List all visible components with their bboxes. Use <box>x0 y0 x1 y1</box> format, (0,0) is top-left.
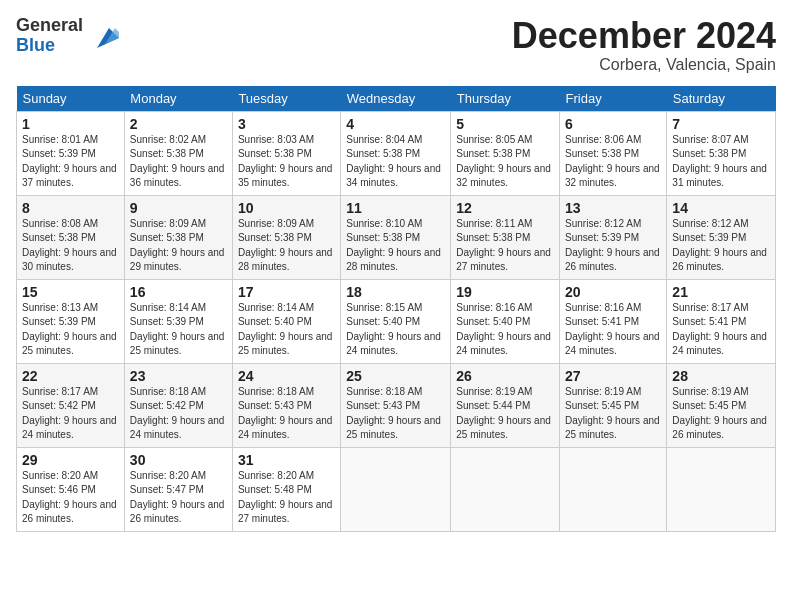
day-info: Sunrise: 8:09 AMSunset: 5:38 PMDaylight:… <box>238 217 335 275</box>
day-number: 28 <box>672 368 770 384</box>
day-number: 23 <box>130 368 227 384</box>
day-info: Sunrise: 8:17 AMSunset: 5:41 PMDaylight:… <box>672 301 770 359</box>
list-item: 7Sunrise: 8:07 AMSunset: 5:38 PMDaylight… <box>667 111 776 195</box>
list-item: 20Sunrise: 8:16 AMSunset: 5:41 PMDayligh… <box>560 279 667 363</box>
title-block: December 2024 Corbera, Valencia, Spain <box>512 16 776 74</box>
table-row: 8Sunrise: 8:08 AMSunset: 5:38 PMDaylight… <box>17 195 776 279</box>
day-info: Sunrise: 8:03 AMSunset: 5:38 PMDaylight:… <box>238 133 335 191</box>
col-saturday: Saturday <box>667 86 776 112</box>
day-number: 16 <box>130 284 227 300</box>
day-info: Sunrise: 8:07 AMSunset: 5:38 PMDaylight:… <box>672 133 770 191</box>
day-number: 2 <box>130 116 227 132</box>
day-info: Sunrise: 8:11 AMSunset: 5:38 PMDaylight:… <box>456 217 554 275</box>
list-item: 5Sunrise: 8:05 AMSunset: 5:38 PMDaylight… <box>451 111 560 195</box>
day-number: 4 <box>346 116 445 132</box>
logo-icon <box>87 20 119 52</box>
list-item: 15Sunrise: 8:13 AMSunset: 5:39 PMDayligh… <box>17 279 125 363</box>
list-item: 26Sunrise: 8:19 AMSunset: 5:44 PMDayligh… <box>451 363 560 447</box>
day-number: 11 <box>346 200 445 216</box>
day-info: Sunrise: 8:01 AMSunset: 5:39 PMDaylight:… <box>22 133 119 191</box>
list-item: 13Sunrise: 8:12 AMSunset: 5:39 PMDayligh… <box>560 195 667 279</box>
list-item: 19Sunrise: 8:16 AMSunset: 5:40 PMDayligh… <box>451 279 560 363</box>
day-info: Sunrise: 8:18 AMSunset: 5:42 PMDaylight:… <box>130 385 227 443</box>
logo-blue: Blue <box>16 36 83 56</box>
day-number: 20 <box>565 284 661 300</box>
list-item: 25Sunrise: 8:18 AMSunset: 5:43 PMDayligh… <box>341 363 451 447</box>
day-number: 17 <box>238 284 335 300</box>
day-number: 9 <box>130 200 227 216</box>
day-info: Sunrise: 8:12 AMSunset: 5:39 PMDaylight:… <box>565 217 661 275</box>
day-number: 12 <box>456 200 554 216</box>
day-number: 31 <box>238 452 335 468</box>
day-number: 29 <box>22 452 119 468</box>
header: General Blue December 2024 Corbera, Vale… <box>16 16 776 74</box>
day-info: Sunrise: 8:13 AMSunset: 5:39 PMDaylight:… <box>22 301 119 359</box>
list-item <box>451 447 560 531</box>
list-item <box>341 447 451 531</box>
day-info: Sunrise: 8:15 AMSunset: 5:40 PMDaylight:… <box>346 301 445 359</box>
day-number: 7 <box>672 116 770 132</box>
day-number: 25 <box>346 368 445 384</box>
day-info: Sunrise: 8:02 AMSunset: 5:38 PMDaylight:… <box>130 133 227 191</box>
logo-text: General Blue <box>16 16 83 56</box>
day-info: Sunrise: 8:05 AMSunset: 5:38 PMDaylight:… <box>456 133 554 191</box>
day-info: Sunrise: 8:20 AMSunset: 5:47 PMDaylight:… <box>130 469 227 527</box>
list-item: 14Sunrise: 8:12 AMSunset: 5:39 PMDayligh… <box>667 195 776 279</box>
day-info: Sunrise: 8:14 AMSunset: 5:39 PMDaylight:… <box>130 301 227 359</box>
list-item <box>667 447 776 531</box>
table-row: 29Sunrise: 8:20 AMSunset: 5:46 PMDayligh… <box>17 447 776 531</box>
day-number: 13 <box>565 200 661 216</box>
list-item: 17Sunrise: 8:14 AMSunset: 5:40 PMDayligh… <box>232 279 340 363</box>
col-wednesday: Wednesday <box>341 86 451 112</box>
list-item: 23Sunrise: 8:18 AMSunset: 5:42 PMDayligh… <box>124 363 232 447</box>
day-info: Sunrise: 8:16 AMSunset: 5:40 PMDaylight:… <box>456 301 554 359</box>
list-item: 6Sunrise: 8:06 AMSunset: 5:38 PMDaylight… <box>560 111 667 195</box>
list-item <box>560 447 667 531</box>
col-monday: Monday <box>124 86 232 112</box>
list-item: 12Sunrise: 8:11 AMSunset: 5:38 PMDayligh… <box>451 195 560 279</box>
day-number: 30 <box>130 452 227 468</box>
day-number: 8 <box>22 200 119 216</box>
col-sunday: Sunday <box>17 86 125 112</box>
day-info: Sunrise: 8:14 AMSunset: 5:40 PMDaylight:… <box>238 301 335 359</box>
day-info: Sunrise: 8:19 AMSunset: 5:45 PMDaylight:… <box>672 385 770 443</box>
calendar-table: Sunday Monday Tuesday Wednesday Thursday… <box>16 86 776 532</box>
list-item: 31Sunrise: 8:20 AMSunset: 5:48 PMDayligh… <box>232 447 340 531</box>
day-info: Sunrise: 8:08 AMSunset: 5:38 PMDaylight:… <box>22 217 119 275</box>
list-item: 11Sunrise: 8:10 AMSunset: 5:38 PMDayligh… <box>341 195 451 279</box>
col-tuesday: Tuesday <box>232 86 340 112</box>
list-item: 24Sunrise: 8:18 AMSunset: 5:43 PMDayligh… <box>232 363 340 447</box>
day-number: 26 <box>456 368 554 384</box>
day-info: Sunrise: 8:18 AMSunset: 5:43 PMDaylight:… <box>346 385 445 443</box>
day-info: Sunrise: 8:17 AMSunset: 5:42 PMDaylight:… <box>22 385 119 443</box>
list-item: 16Sunrise: 8:14 AMSunset: 5:39 PMDayligh… <box>124 279 232 363</box>
list-item: 22Sunrise: 8:17 AMSunset: 5:42 PMDayligh… <box>17 363 125 447</box>
list-item: 18Sunrise: 8:15 AMSunset: 5:40 PMDayligh… <box>341 279 451 363</box>
day-number: 1 <box>22 116 119 132</box>
day-number: 10 <box>238 200 335 216</box>
day-info: Sunrise: 8:20 AMSunset: 5:46 PMDaylight:… <box>22 469 119 527</box>
page-container: General Blue December 2024 Corbera, Vale… <box>0 0 792 542</box>
list-item: 2Sunrise: 8:02 AMSunset: 5:38 PMDaylight… <box>124 111 232 195</box>
list-item: 10Sunrise: 8:09 AMSunset: 5:38 PMDayligh… <box>232 195 340 279</box>
list-item: 9Sunrise: 8:09 AMSunset: 5:38 PMDaylight… <box>124 195 232 279</box>
day-number: 22 <box>22 368 119 384</box>
day-info: Sunrise: 8:04 AMSunset: 5:38 PMDaylight:… <box>346 133 445 191</box>
day-info: Sunrise: 8:12 AMSunset: 5:39 PMDaylight:… <box>672 217 770 275</box>
day-number: 19 <box>456 284 554 300</box>
day-number: 24 <box>238 368 335 384</box>
logo-general: General <box>16 16 83 36</box>
day-info: Sunrise: 8:18 AMSunset: 5:43 PMDaylight:… <box>238 385 335 443</box>
day-info: Sunrise: 8:06 AMSunset: 5:38 PMDaylight:… <box>565 133 661 191</box>
day-number: 5 <box>456 116 554 132</box>
col-friday: Friday <box>560 86 667 112</box>
day-number: 14 <box>672 200 770 216</box>
day-info: Sunrise: 8:19 AMSunset: 5:44 PMDaylight:… <box>456 385 554 443</box>
day-number: 6 <box>565 116 661 132</box>
list-item: 21Sunrise: 8:17 AMSunset: 5:41 PMDayligh… <box>667 279 776 363</box>
day-info: Sunrise: 8:10 AMSunset: 5:38 PMDaylight:… <box>346 217 445 275</box>
list-item: 8Sunrise: 8:08 AMSunset: 5:38 PMDaylight… <box>17 195 125 279</box>
day-info: Sunrise: 8:16 AMSunset: 5:41 PMDaylight:… <box>565 301 661 359</box>
list-item: 30Sunrise: 8:20 AMSunset: 5:47 PMDayligh… <box>124 447 232 531</box>
list-item: 29Sunrise: 8:20 AMSunset: 5:46 PMDayligh… <box>17 447 125 531</box>
